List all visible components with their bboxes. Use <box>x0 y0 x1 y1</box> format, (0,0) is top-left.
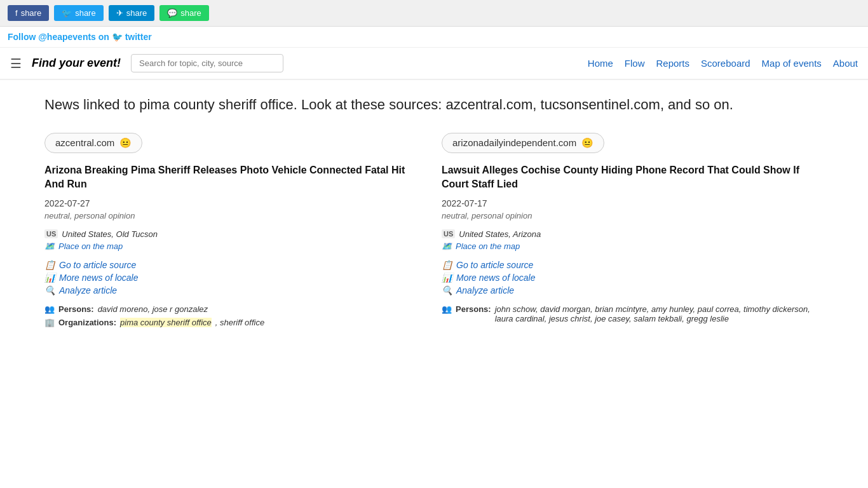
share-bar: f share 🐦 share ✈ share 💬 share <box>0 0 868 27</box>
article-title-2: Lawsuit Alleges Cochise County Hiding Ph… <box>442 163 824 192</box>
analyze-icon-2: 🔍 <box>442 285 452 295</box>
location-flag-1: US <box>44 229 58 238</box>
persons-icon-1: 👥 <box>44 304 55 314</box>
follow-text: Follow @heapevents on 🐦 twitter <box>8 32 152 42</box>
location-text-2: United States, Arizona <box>459 229 541 239</box>
hamburger-menu-icon[interactable]: ☰ <box>10 56 22 71</box>
telegram-share-button[interactable]: ✈ share <box>109 5 155 21</box>
more-news-label-1: More news of locale <box>59 273 139 283</box>
facebook-icon: f <box>15 8 18 18</box>
nav-reports[interactable]: Reports <box>656 58 689 69</box>
location-flag-2: US <box>442 229 455 238</box>
goto-source-link-2[interactable]: 📋 Go to article source <box>442 260 824 270</box>
search-input[interactable] <box>131 54 283 72</box>
more-news-icon-1: 📊 <box>44 273 55 283</box>
goto-source-link-1[interactable]: 📋 Go to article source <box>44 260 426 270</box>
article-actions-1: 📋 Go to article source 📊 More news of lo… <box>44 260 426 295</box>
more-news-icon-2: 📊 <box>442 273 452 283</box>
whatsapp-icon: 💬 <box>167 8 177 18</box>
persons-row-1: 👥 Persons: david moreno, jose r gonzalez <box>44 304 426 314</box>
analyze-link-1[interactable]: 🔍 Analyze article <box>44 285 426 295</box>
orgs-highlight-1: pima county sheriff office <box>120 318 212 327</box>
brand-title: Find your event! <box>32 57 121 70</box>
analyze-label-2: Analyze article <box>456 285 514 295</box>
nav-about[interactable]: About <box>833 58 858 69</box>
nav-map-of-events[interactable]: Map of events <box>762 58 822 69</box>
article-card-2: arizonadailyindependent.com 😐 Lawsuit Al… <box>442 133 824 327</box>
map-link-label-2: Place on the map <box>456 241 520 251</box>
whatsapp-share-label: share <box>180 8 201 18</box>
sentiment-emoji-2: 😐 <box>581 137 593 149</box>
article-card-1: azcentral.com 😐 Arizona Breaking Pima Sh… <box>44 133 426 327</box>
twitter-icon: 🐦 <box>62 8 72 18</box>
location-text-1: United States, Old Tucson <box>62 229 158 239</box>
map-icon-2: 🗺️ <box>442 241 452 251</box>
persons-icon-2: 👥 <box>442 304 452 314</box>
follow-bar: Follow @heapevents on 🐦 twitter <box>0 27 868 48</box>
goto-source-icon-2: 📋 <box>442 260 452 270</box>
more-news-link-1[interactable]: 📊 More news of locale <box>44 273 426 283</box>
goto-source-label-1: Go to article source <box>59 260 136 270</box>
goto-source-label-2: Go to article source <box>456 260 533 270</box>
nav-flow[interactable]: Flow <box>625 58 645 69</box>
telegram-icon: ✈ <box>116 8 123 18</box>
orgs-label-1: Organizations: <box>58 318 116 327</box>
source-badge-2: arizonadailyindependent.com 😐 <box>442 133 604 153</box>
article-actions-2: 📋 Go to article source 📊 More news of lo… <box>442 260 824 295</box>
source-name-1: azcentral.com <box>55 137 114 148</box>
article-date-2: 2022-07-17 <box>442 198 824 208</box>
persons-label-2: Persons: <box>456 304 491 314</box>
article-title-1: Arizona Breaking Pima Sheriff Releases P… <box>44 163 426 192</box>
facebook-share-button[interactable]: f share <box>8 5 49 21</box>
nav-home[interactable]: Home <box>588 58 613 69</box>
twitter-share-label: share <box>75 8 96 18</box>
sentiment-emoji-1: 😐 <box>119 137 132 149</box>
follow-twitter-link[interactable]: Follow @heapevents on 🐦 twitter <box>8 32 152 42</box>
main-nav: Home Flow Reports Scoreboard Map of even… <box>588 58 858 69</box>
analyze-label-1: Analyze article <box>59 285 117 295</box>
nav-scoreboard[interactable]: Scoreboard <box>701 58 750 69</box>
main-content: News linked to pima county sheriff offic… <box>0 80 868 342</box>
article-sentiment-1: neutral, personal opinion <box>44 211 426 220</box>
goto-source-icon-1: 📋 <box>44 260 55 270</box>
persons-row-2: 👥 Persons: john schow, david morgan, bri… <box>442 304 824 323</box>
orgs-row-1: 🏢 Organizations: pima county sheriff off… <box>44 318 426 327</box>
facebook-share-label: share <box>21 8 42 18</box>
persons-value-2: john schow, david morgan, brian mcintyre… <box>495 304 824 323</box>
orgs-icon-1: 🏢 <box>44 318 55 327</box>
more-news-label-2: More news of locale <box>456 273 536 283</box>
analyze-icon-1: 🔍 <box>44 285 55 295</box>
twitter-share-button[interactable]: 🐦 share <box>54 5 104 21</box>
nav-header: ☰ Find your event! Home Flow Reports Sco… <box>0 48 868 80</box>
persons-value-1: david moreno, jose r gonzalez <box>98 304 208 314</box>
source-badge-1: azcentral.com 😐 <box>44 133 142 153</box>
persons-label-1: Persons: <box>58 304 94 314</box>
map-link-1[interactable]: 🗺️ Place on the map <box>44 241 426 251</box>
map-link-2[interactable]: 🗺️ Place on the map <box>442 241 824 251</box>
map-link-label-1: Place on the map <box>58 241 123 251</box>
map-icon-1: 🗺️ <box>44 241 55 251</box>
articles-grid: azcentral.com 😐 Arizona Breaking Pima Sh… <box>44 133 824 327</box>
more-news-link-2[interactable]: 📊 More news of locale <box>442 273 824 283</box>
page-description: News linked to pima county sheriff offic… <box>44 95 824 115</box>
article-date-1: 2022-07-27 <box>44 198 426 208</box>
orgs-rest-1: , sheriff office <box>215 318 264 327</box>
whatsapp-share-button[interactable]: 💬 share <box>159 5 209 21</box>
telegram-share-label: share <box>126 8 147 18</box>
article-sentiment-2: neutral, personal opinion <box>442 211 824 220</box>
location-row-2: US United States, Arizona <box>442 229 824 239</box>
source-name-2: arizonadailyindependent.com <box>452 137 576 148</box>
analyze-link-2[interactable]: 🔍 Analyze article <box>442 285 824 295</box>
location-row-1: US United States, Old Tucson <box>44 229 426 239</box>
